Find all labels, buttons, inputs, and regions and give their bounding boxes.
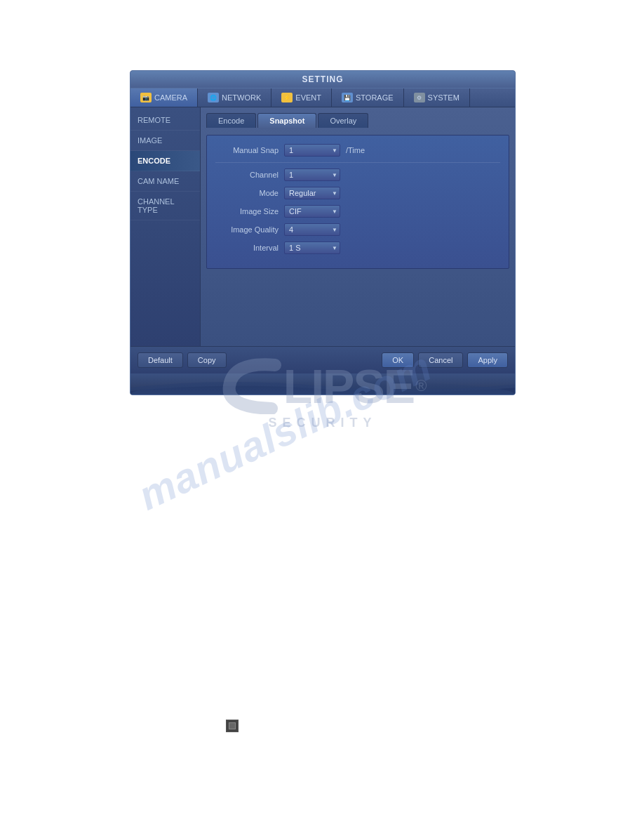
- nav-camera-label: CAMERA: [154, 93, 187, 102]
- image-size-row: Image Size CIF D1 720P 1080P: [215, 205, 500, 218]
- sidebar-image-label: IMAGE: [137, 136, 162, 145]
- system-icon: ⚙: [414, 93, 425, 102]
- manual-snap-label: Manual Snap: [215, 146, 279, 154]
- action-bar: Default Copy OK Cancel Apply: [130, 346, 515, 373]
- nav-event-label: EVENT: [295, 93, 321, 102]
- content-area: REMOTE IMAGE ENCODE CAM NAME CHANNEL TYP…: [130, 107, 515, 346]
- form-divider-1: [215, 162, 500, 163]
- title-text: SETTING: [302, 74, 343, 84]
- image-quality-select-wrapper: 1 2 3 4 5 6: [284, 223, 340, 236]
- channel-row: Channel 1 2 3 4: [215, 168, 500, 181]
- interval-select[interactable]: 1 S 2 S 5 S 10 S: [284, 241, 340, 254]
- tabs-row: Encode Snapshot Overlay: [206, 113, 509, 128]
- default-button[interactable]: Default: [137, 352, 183, 368]
- main-panel: Encode Snapshot Overlay Manual Snap 1: [201, 107, 515, 346]
- image-size-select[interactable]: CIF D1 720P 1080P: [284, 205, 340, 218]
- form-panel: Manual Snap 1 2 3 /Time Channel: [206, 135, 509, 269]
- nav-camera[interactable]: 📷 CAMERA: [130, 88, 198, 107]
- action-bar-left: Default Copy: [137, 352, 227, 368]
- small-icon: [229, 722, 236, 729]
- tab-overlay[interactable]: Overlay: [318, 113, 368, 128]
- camera-icon: 📷: [140, 93, 152, 102]
- image-quality-select[interactable]: 1 2 3 4 5 6: [284, 223, 340, 236]
- sidebar-remote-label: REMOTE: [137, 116, 170, 124]
- interval-select-wrapper: 1 S 2 S 5 S 10 S: [284, 241, 340, 254]
- mode-select[interactable]: Regular Motion Alarm: [284, 187, 340, 199]
- storage-icon: 💾: [342, 93, 353, 102]
- sidebar-item-image[interactable]: IMAGE: [130, 131, 200, 151]
- small-icon-box: [226, 720, 239, 732]
- sidebar-camname-label: CAM NAME: [137, 177, 179, 185]
- nav-event[interactable]: ⚡ EVENT: [271, 88, 332, 107]
- manual-snap-unit: /Time: [346, 146, 365, 154]
- dialog-title: SETTING: [130, 71, 515, 88]
- copy-button[interactable]: Copy: [187, 352, 227, 368]
- sidebar-channeltype-label: CHANNEL TYPE: [137, 197, 174, 214]
- nav-storage-label: STORAGE: [356, 93, 394, 102]
- sidebar-item-camname[interactable]: CAM NAME: [130, 171, 200, 192]
- nav-network-label: NETWORK: [222, 93, 261, 102]
- wave-decoration: [130, 373, 515, 395]
- sidebar-encode-label: ENCODE: [137, 157, 170, 165]
- channel-label: Channel: [215, 171, 279, 179]
- sidebar-item-encode[interactable]: ENCODE: [130, 151, 200, 171]
- mode-row: Mode Regular Motion Alarm: [215, 187, 500, 199]
- manual-snap-select[interactable]: 1 2 3: [284, 144, 340, 157]
- top-nav: 📷 CAMERA 🌐 NETWORK ⚡ EVENT 💾 STORAGE ⚙ S…: [130, 88, 515, 107]
- eclipse-security-text: SECURITY: [268, 416, 377, 430]
- interval-label: Interval: [215, 244, 279, 252]
- sidebar-item-channeltype[interactable]: CHANNEL TYPE: [130, 192, 200, 220]
- channel-select[interactable]: 1 2 3 4: [284, 168, 340, 181]
- action-bar-right: OK Cancel Apply: [382, 352, 508, 368]
- tab-snapshot[interactable]: Snapshot: [257, 113, 316, 128]
- image-size-label: Image Size: [215, 207, 279, 216]
- image-size-select-wrapper: CIF D1 720P 1080P: [284, 205, 340, 218]
- settings-dialog: SETTING 📷 CAMERA 🌐 NETWORK ⚡ EVENT 💾 STO…: [130, 70, 516, 395]
- sidebar-item-remote[interactable]: REMOTE: [130, 110, 200, 131]
- cancel-button[interactable]: Cancel: [418, 352, 463, 368]
- network-icon: 🌐: [208, 93, 219, 102]
- image-quality-row: Image Quality 1 2 3 4 5 6: [215, 223, 500, 236]
- nav-system[interactable]: ⚙ SYSTEM: [404, 88, 470, 107]
- sidebar: REMOTE IMAGE ENCODE CAM NAME CHANNEL TYP…: [130, 107, 201, 346]
- channel-select-wrapper: 1 2 3 4: [284, 168, 340, 181]
- ok-button[interactable]: OK: [382, 352, 414, 368]
- nav-system-label: SYSTEM: [428, 93, 459, 102]
- mode-label: Mode: [215, 189, 279, 197]
- manual-snap-select-wrapper: 1 2 3: [284, 144, 340, 157]
- tab-encode[interactable]: Encode: [206, 113, 256, 128]
- event-icon: ⚡: [281, 93, 293, 102]
- interval-row: Interval 1 S 2 S 5 S 10 S: [215, 241, 500, 254]
- nav-network[interactable]: 🌐 NETWORK: [198, 88, 271, 107]
- manual-snap-row: Manual Snap 1 2 3 /Time: [215, 144, 500, 157]
- small-icon-area: [226, 720, 239, 732]
- image-quality-label: Image Quality: [215, 225, 279, 234]
- nav-storage[interactable]: 💾 STORAGE: [332, 88, 404, 107]
- apply-button[interactable]: Apply: [467, 352, 508, 368]
- mode-select-wrapper: Regular Motion Alarm: [284, 187, 340, 199]
